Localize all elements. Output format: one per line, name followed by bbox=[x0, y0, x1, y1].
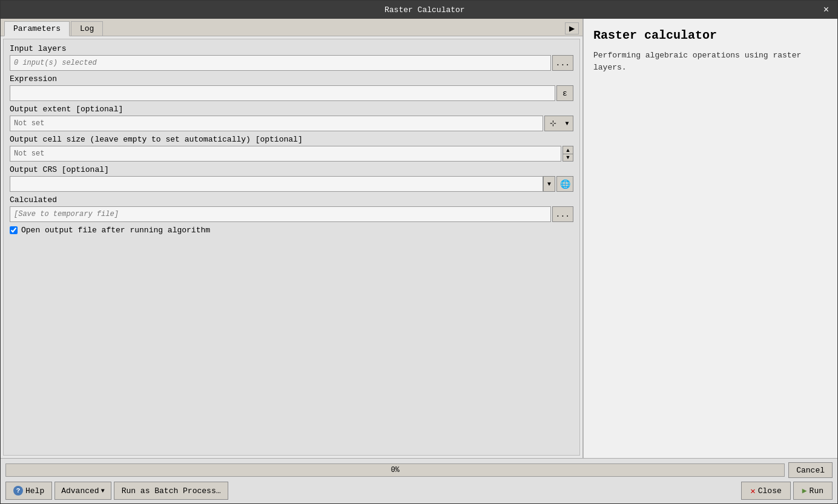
run-batch-button[interactable]: Run as Batch Process… bbox=[114, 482, 229, 500]
calculated-input[interactable] bbox=[10, 206, 551, 222]
output-extent-dropdown-button[interactable]: ▼ bbox=[561, 116, 573, 131]
parameters-form: Input layers ... Expression ε bbox=[3, 39, 580, 456]
collapse-button[interactable]: ▶ bbox=[565, 22, 579, 34]
expression-row: ε bbox=[10, 85, 573, 101]
bottom-bar: 0% Cancel ? Help Advanced ▼ Run as Batch… bbox=[1, 458, 837, 503]
calculated-group: Calculated ... bbox=[10, 195, 573, 222]
calculated-label: Calculated bbox=[10, 195, 573, 205]
action-row: ? Help Advanced ▼ Run as Batch Process… … bbox=[5, 482, 833, 500]
calculated-browse-button[interactable]: ... bbox=[552, 206, 573, 222]
output-cell-size-spinner: ▲ ▼ bbox=[563, 146, 573, 162]
tab-log[interactable]: Log bbox=[71, 21, 103, 36]
progress-label: 0% bbox=[6, 464, 784, 476]
output-extent-label: Output extent [optional] bbox=[10, 105, 573, 114]
cancel-button[interactable]: Cancel bbox=[788, 462, 833, 478]
main-content: Parameters Log ▶ Input layers ... bbox=[1, 19, 837, 458]
output-crs-input[interactable] bbox=[10, 176, 543, 192]
output-crs-label: Output CRS [optional] bbox=[10, 165, 573, 174]
output-cell-size-group: Output cell size (leave empty to set aut… bbox=[10, 135, 573, 162]
output-cell-size-row: ▲ ▼ bbox=[10, 146, 573, 162]
calculated-row: ... bbox=[10, 206, 573, 222]
output-crs-row: ▼ 🌐 bbox=[10, 176, 573, 192]
advanced-button[interactable]: Advanced ▼ bbox=[54, 482, 111, 500]
output-crs-dropdown-button[interactable]: ▼ bbox=[543, 176, 555, 192]
tab-parameters[interactable]: Parameters bbox=[4, 21, 70, 36]
output-extent-row: ⊹ ▼ bbox=[10, 116, 573, 131]
close-icon: ✕ bbox=[750, 486, 755, 496]
input-layers-row: ... bbox=[10, 55, 573, 71]
output-extent-input[interactable] bbox=[10, 116, 543, 131]
globe-icon: 🌐 bbox=[560, 179, 570, 189]
close-button[interactable]: ✕ Close bbox=[741, 482, 790, 500]
output-cell-size-input[interactable] bbox=[10, 146, 561, 162]
progress-row: 0% Cancel bbox=[5, 462, 833, 478]
output-crs-globe-button[interactable]: 🌐 bbox=[556, 176, 573, 192]
output-cell-size-label: Output cell size (leave empty to set aut… bbox=[10, 135, 573, 144]
help-panel: Raster calculator Performing algebraic o… bbox=[583, 19, 837, 458]
cursor-icon: ⊹ bbox=[550, 119, 556, 128]
output-extent-group: Output extent [optional] ⊹ ▼ bbox=[10, 105, 573, 131]
title-bar: Raster Calculator × bbox=[1, 1, 837, 19]
close-window-button[interactable]: × bbox=[820, 3, 833, 16]
expression-label: Expression bbox=[10, 74, 573, 83]
output-crs-group: Output CRS [optional] ▼ 🌐 bbox=[10, 165, 573, 192]
run-button[interactable]: ▶ Run bbox=[793, 482, 833, 500]
left-panel: Parameters Log ▶ Input layers ... bbox=[1, 19, 583, 458]
input-layers-label: Input layers bbox=[10, 44, 573, 53]
expression-group: Expression ε bbox=[10, 74, 573, 101]
help-description: Performing algebraic operations using ra… bbox=[593, 50, 828, 73]
help-button[interactable]: ? Help bbox=[5, 482, 52, 500]
chevron-down-icon: ▼ bbox=[547, 181, 551, 188]
open-output-row: Open output file after running algorithm bbox=[10, 226, 573, 235]
help-title: Raster calculator bbox=[593, 28, 828, 42]
input-layers-group: Input layers ... bbox=[10, 44, 573, 71]
spin-down-button[interactable]: ▼ bbox=[563, 154, 573, 162]
window-title: Raster Calculator bbox=[30, 5, 820, 15]
open-output-checkbox[interactable] bbox=[10, 226, 18, 234]
input-layers-input[interactable] bbox=[10, 55, 551, 71]
expression-editor-button[interactable]: ε bbox=[556, 85, 573, 101]
progress-bar-container: 0% bbox=[5, 463, 785, 477]
chevron-down-icon: ▼ bbox=[101, 488, 105, 494]
chevron-down-icon: ▼ bbox=[565, 120, 569, 127]
tab-bar: Parameters Log ▶ bbox=[1, 19, 582, 36]
input-layers-browse-button[interactable]: ... bbox=[552, 55, 573, 71]
run-icon: ▶ bbox=[802, 486, 807, 496]
open-output-label: Open output file after running algorithm bbox=[21, 226, 210, 235]
output-extent-cursor-button[interactable]: ⊹ bbox=[544, 116, 561, 131]
main-window: Raster Calculator × Parameters Log ▶ bbox=[0, 0, 838, 504]
expression-input[interactable] bbox=[10, 85, 555, 101]
help-icon: ? bbox=[13, 486, 23, 496]
spin-up-button[interactable]: ▲ bbox=[563, 146, 573, 154]
